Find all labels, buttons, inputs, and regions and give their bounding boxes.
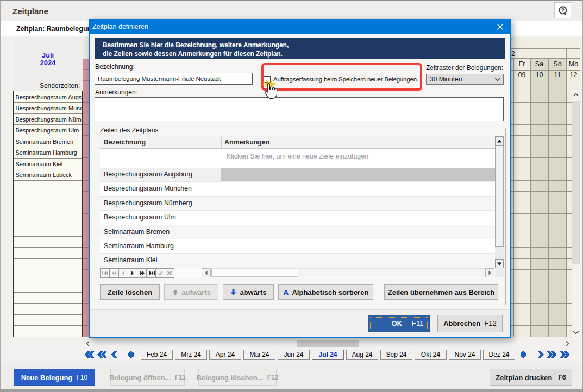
svg-text:?: ?	[561, 7, 565, 14]
